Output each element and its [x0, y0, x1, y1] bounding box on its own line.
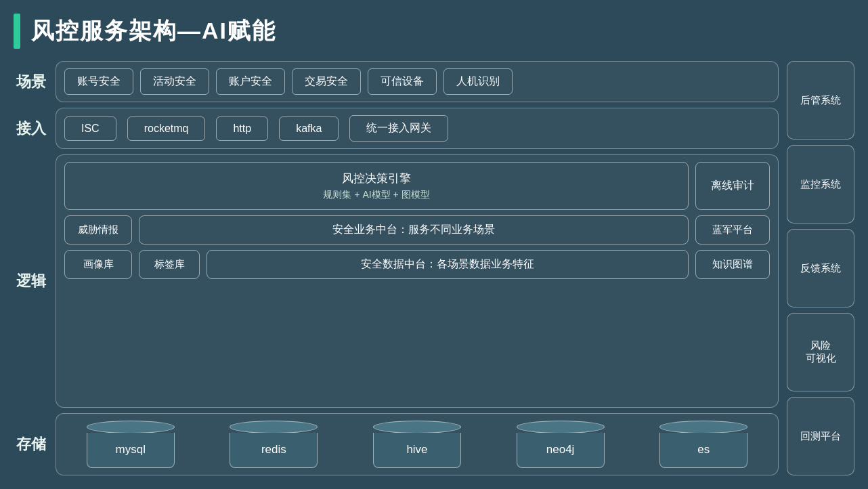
- header-accent: [14, 14, 20, 49]
- storage-content: mysql redis hive neo4j: [56, 413, 779, 475]
- cylinder-top-2: [373, 421, 461, 433]
- decision-engine-sub: 规则集 + AI模型 + 图模型: [323, 189, 429, 201]
- storage-item-1: redis: [230, 421, 318, 468]
- storage-item-4: es: [659, 421, 747, 468]
- cylinder-body-1: redis: [230, 433, 318, 468]
- access-label: 接入: [14, 108, 49, 149]
- scene-item-5: 人机识别: [443, 68, 513, 95]
- cylinder-top-0: [87, 421, 175, 433]
- decision-engine-main: 风控决策引擎: [342, 171, 411, 186]
- tag-lib-box: 标签库: [139, 250, 200, 279]
- logic-middle: 威胁情报 安全业务中台：服务不同业务场景 蓝军平台: [64, 215, 770, 244]
- sidebar-item-1: 监控系统: [787, 145, 854, 224]
- scene-item-0: 账号安全: [64, 68, 133, 95]
- storage-item-0: mysql: [87, 421, 175, 468]
- storage-item-3: neo4j: [517, 421, 605, 468]
- data-platform-box: 安全数据中台：各场景数据业务特征: [207, 250, 689, 279]
- storage-row: 存储 mysql redis hive: [14, 413, 779, 475]
- access-content: ISC rocketmq http kafka 统一接入网关: [56, 108, 779, 149]
- logic-label: 逻辑: [14, 154, 49, 408]
- access-item-3: kafka: [279, 116, 339, 141]
- scene-row: 场景 账号安全 活动安全 账户安全 交易安全 可信设备 人机识别: [14, 61, 779, 102]
- cylinder-top-1: [230, 421, 318, 433]
- sidebar-item-2: 反馈系统: [787, 229, 854, 307]
- scene-items: 账号安全 活动安全 账户安全 交易安全 可信设备 人机识别: [64, 68, 770, 95]
- image-lib-box: 画像库: [64, 250, 132, 279]
- security-platform-box: 安全业务中台：服务不同业务场景: [139, 215, 689, 244]
- cylinder-body-3: neo4j: [517, 433, 605, 468]
- cylinder-body-2: hive: [373, 433, 461, 468]
- knowledge-graph-box: 知识图谱: [695, 250, 770, 279]
- access-row: 接入 ISC rocketmq http kafka 统一接入网关: [14, 108, 779, 149]
- storage-item-2: hive: [373, 421, 461, 468]
- page-title: 风控服务架构—AI赋能: [31, 16, 276, 47]
- sidebar-item-4: 回测平台: [787, 397, 854, 475]
- scene-content: 账号安全 活动安全 账户安全 交易安全 可信设备 人机识别: [56, 61, 779, 102]
- access-item-4: 统一接入网关: [349, 115, 448, 142]
- cylinder-top-4: [659, 421, 747, 433]
- scene-label: 场景: [14, 61, 49, 102]
- header: 风控服务架构—AI赋能: [14, 14, 854, 49]
- cylinder-body-0: mysql: [87, 433, 175, 468]
- cylinder-body-4: es: [659, 433, 747, 468]
- sidebar-item-0: 后管系统: [787, 61, 854, 140]
- center-area: 场景 账号安全 活动安全 账户安全 交易安全 可信设备 人机识别 接入: [14, 61, 779, 475]
- access-item-0: ISC: [64, 116, 116, 141]
- access-item-1: rocketmq: [127, 116, 206, 141]
- logic-bottom: 画像库 标签库 安全数据中台：各场景数据业务特征 知识图谱: [64, 250, 770, 279]
- access-item-2: http: [216, 116, 268, 141]
- logic-top: 风控决策引擎 规则集 + AI模型 + 图模型 离线审计: [64, 162, 770, 210]
- logic-row: 逻辑 风控决策引擎 规则集 + AI模型 + 图模型 离线审计 威胁情报 安全业…: [14, 154, 779, 408]
- storage-label: 存储: [14, 413, 49, 475]
- storage-items: mysql redis hive neo4j: [64, 421, 770, 468]
- access-items: ISC rocketmq http kafka 统一接入网关: [64, 115, 770, 142]
- page: 风控服务架构—AI赋能 场景 账号安全 活动安全 账户安全 交易安全 可信设备 …: [0, 0, 868, 489]
- scene-item-3: 交易安全: [292, 68, 361, 95]
- scene-item-4: 可信设备: [368, 68, 437, 95]
- scene-item-1: 活动安全: [140, 68, 209, 95]
- main-layout: 场景 账号安全 活动安全 账户安全 交易安全 可信设备 人机识别 接入: [14, 61, 854, 475]
- threat-intel-box: 威胁情报: [64, 215, 132, 244]
- blue-army-box: 蓝军平台: [695, 215, 770, 244]
- logic-content: 风控决策引擎 规则集 + AI模型 + 图模型 离线审计 威胁情报 安全业务中台…: [56, 154, 779, 408]
- sidebar-item-3: 风险 可视化: [787, 313, 854, 391]
- right-sidebar: 后管系统 监控系统 反馈系统 风险 可视化 回测平台: [787, 61, 854, 475]
- decision-engine-box: 风控决策引擎 规则集 + AI模型 + 图模型: [64, 162, 689, 210]
- offline-audit-box: 离线审计: [695, 162, 770, 210]
- scene-item-2: 账户安全: [216, 68, 285, 95]
- cylinder-top-3: [517, 421, 605, 433]
